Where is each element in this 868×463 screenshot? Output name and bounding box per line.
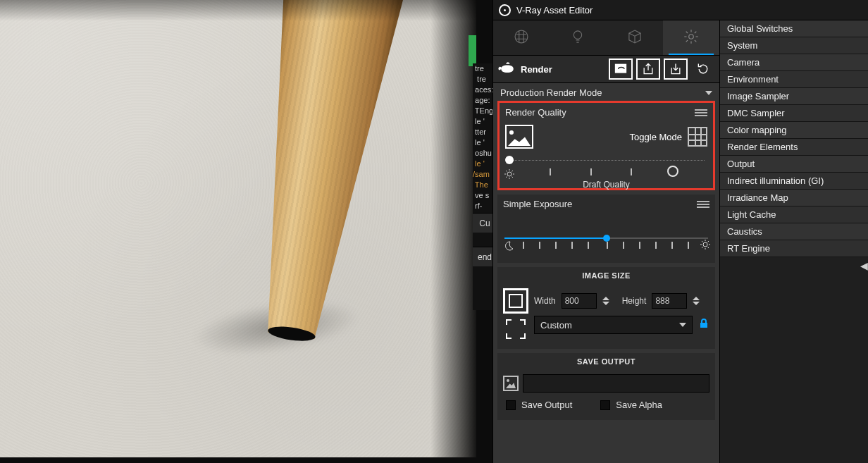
height-spinner[interactable]: [693, 297, 701, 305]
quality-level-label: Draft Quality: [505, 180, 707, 190]
svg-point-2: [689, 34, 694, 39]
svg-point-5: [703, 242, 707, 247]
height-label: Height: [622, 296, 647, 306]
output-path-input[interactable]: [523, 374, 709, 393]
render-label: Render: [521, 64, 552, 75]
safe-frame-icon[interactable]: [503, 288, 528, 314]
collapse-caret-icon[interactable]: ◀: [860, 260, 868, 271]
teapot-icon: [497, 59, 517, 79]
render-with-vfb-button[interactable]: [609, 58, 633, 80]
size-preset-select[interactable]: Custom: [534, 316, 693, 334]
settings-category-list: Global Switches System Camera Environmen…: [720, 20, 868, 463]
sidebar-item[interactable]: DMC Sampler: [720, 105, 868, 122]
gear-icon: [682, 27, 700, 49]
cube-icon: [626, 27, 644, 49]
image-size-header: IMAGE SIZE: [497, 267, 715, 284]
sidebar-item[interactable]: System: [720, 37, 868, 54]
exposure-slider[interactable]: [504, 232, 708, 257]
render-quality-header: Render Quality: [505, 107, 566, 118]
sidebar-item[interactable]: Image Sampler: [720, 88, 868, 105]
green-indicator: [469, 35, 476, 66]
svg-point-0: [515, 30, 528, 43]
sidebar-item[interactable]: Color mapping: [720, 122, 868, 139]
width-label: Width: [534, 296, 556, 306]
tab-lights[interactable]: [550, 20, 606, 55]
quality-slider[interactable]: Draft Quality: [505, 156, 707, 184]
sidebar-item[interactable]: Render Elements: [720, 139, 868, 156]
sidebar-item[interactable]: Output: [720, 156, 868, 173]
window-title: V-Ray Asset Editor: [516, 5, 593, 16]
region-icon[interactable]: [506, 319, 526, 339]
toggle-mode-label: Toggle Mode: [630, 132, 682, 142]
chevron-down-icon: [705, 91, 712, 95]
category-tabs: [493, 20, 719, 56]
simple-exposure-header: Simple Exposure: [503, 199, 572, 209]
render-viewport: [0, 0, 476, 457]
lock-icon[interactable]: [698, 318, 709, 332]
reset-button[interactable]: [691, 58, 715, 80]
save-output-header: SAVE OUTPUT: [497, 353, 715, 370]
render-mode-select[interactable]: Production Render Mode: [493, 83, 719, 99]
image-size-panel: IMAGE SIZE Width: [497, 267, 715, 349]
tab-settings[interactable]: [663, 20, 719, 55]
render-quality-highlight: Render Quality Toggle Mode: [497, 101, 715, 190]
sliders-icon[interactable]: [695, 108, 707, 118]
render-toolbar: Render: [493, 56, 719, 83]
bulb-icon: [569, 27, 587, 49]
quality-image-icon[interactable]: [505, 125, 533, 149]
sliders-icon[interactable]: [697, 199, 709, 209]
quality-slider-knob[interactable]: [505, 156, 514, 164]
chevron-down-icon: [679, 323, 686, 327]
svg-point-4: [507, 172, 512, 176]
exposure-knob[interactable]: [603, 235, 610, 242]
sidebar-item[interactable]: Global Switches: [720, 20, 868, 37]
moon-icon: [503, 240, 514, 254]
sun-icon: [700, 239, 711, 253]
tab-materials[interactable]: [493, 20, 550, 55]
sidebar-item[interactable]: RT Engine: [720, 240, 868, 257]
titlebar[interactable]: V-Ray Asset Editor: [493, 0, 868, 20]
sidebar-item[interactable]: Environment: [720, 71, 868, 88]
sidebar-item[interactable]: Light Cache: [720, 206, 868, 223]
width-input[interactable]: [562, 293, 597, 309]
checker-sphere-icon: [512, 27, 531, 49]
sidebar-item[interactable]: Irradiance Map: [720, 190, 868, 206]
save-alpha-checkbox[interactable]: Save Alpha: [600, 400, 662, 410]
height-input[interactable]: [652, 293, 687, 309]
image-file-icon[interactable]: [503, 376, 519, 391]
save-output-panel: SAVE OUTPUT Save Output: [497, 353, 715, 420]
width-spinner[interactable]: [602, 297, 611, 305]
asset-editor-window: V-Ray Asset Editor: [492, 0, 868, 463]
sidebar-item[interactable]: Indirect illumination (GI): [720, 173, 868, 190]
save-output-checkbox[interactable]: Save Output: [506, 400, 572, 410]
sidebar-item[interactable]: Caustics: [720, 223, 868, 240]
tab-geometry[interactable]: [607, 20, 663, 55]
vray-logo-icon: [499, 4, 511, 16]
grid-icon[interactable]: [688, 127, 707, 147]
sidebar-item[interactable]: Camera: [720, 54, 868, 71]
svg-point-1: [574, 30, 582, 38]
quality-max-icon: [667, 166, 678, 177]
simple-exposure-panel: Simple Exposure: [497, 195, 715, 263]
import-button[interactable]: [664, 58, 688, 80]
export-button[interactable]: [636, 58, 660, 80]
